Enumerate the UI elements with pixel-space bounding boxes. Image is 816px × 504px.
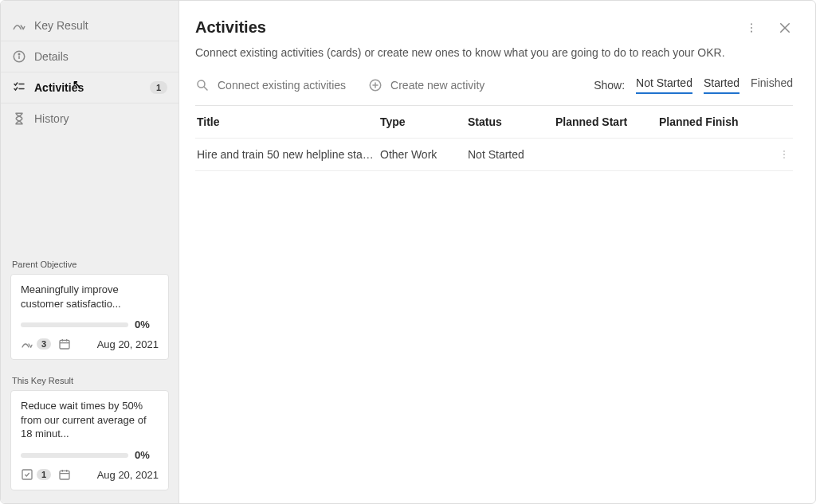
svg-point-24 — [783, 150, 785, 152]
svg-rect-10 — [60, 471, 69, 479]
svg-point-15 — [751, 26, 752, 28]
sidebar-item-label: Activities — [34, 81, 84, 94]
row-status: Not Started — [468, 148, 555, 161]
parent-objective-date: Aug 20, 2021 — [97, 338, 159, 350]
svg-point-25 — [783, 154, 785, 155]
close-button[interactable] — [777, 20, 793, 36]
filter-label: Show: — [594, 79, 625, 92]
calendar-icon — [57, 337, 72, 351]
svg-line-20 — [204, 87, 207, 90]
this-key-result-title: Reduce wait times by 50% from our curren… — [21, 399, 159, 441]
progress-bar — [21, 453, 128, 458]
table-row[interactable]: Hire and train 50 new helpline staff... … — [195, 139, 793, 171]
progress-value: 0% — [135, 318, 159, 330]
svg-point-14 — [751, 23, 752, 25]
activities-table: Title Type Status Planned Start Planned … — [195, 105, 793, 171]
row-more-button[interactable] — [779, 149, 810, 160]
svg-point-19 — [198, 80, 205, 88]
header-actions — [743, 20, 793, 36]
sidebar: Key Result Details Activities ↖ 1 Histor… — [1, 1, 179, 503]
info-icon — [12, 49, 26, 64]
filter-finished[interactable]: Finished — [751, 76, 793, 94]
sidebar-item-activities[interactable]: Activities ↖ 1 — [1, 72, 178, 104]
col-planned-finish: Planned Finish — [659, 115, 779, 128]
hourglass-icon — [12, 111, 26, 126]
this-key-result-meta: 1 Aug 20, 2021 — [21, 467, 159, 482]
more-options-button[interactable] — [743, 20, 759, 36]
sidebar-item-history[interactable]: History — [1, 104, 178, 134]
search-icon — [195, 78, 210, 92]
sidebar-item-label: History — [34, 112, 69, 125]
svg-point-26 — [783, 157, 785, 158]
row-title: Hire and train 50 new helpline staff... — [197, 148, 380, 161]
parent-objective-meta: 3 Aug 20, 2021 — [21, 337, 159, 351]
parent-objective-label: Parent Objective — [1, 252, 178, 274]
sidebar-item-details[interactable]: Details — [1, 41, 178, 72]
activities-count-badge: 1 — [150, 81, 167, 94]
key-result-count: 3 — [21, 338, 51, 350]
sidebar-item-key-result[interactable]: Key Result — [1, 10, 178, 41]
svg-rect-9 — [22, 470, 32, 479]
parent-objective-title: Meaningfully improve customer satisfacti… — [21, 283, 159, 311]
sidebar-item-label: Details — [34, 50, 69, 63]
this-key-result-date: Aug 20, 2021 — [97, 469, 159, 481]
create-activity-button[interactable]: Create new activity — [368, 78, 484, 92]
this-key-result-progress: 0% — [21, 449, 159, 461]
filter-not-started[interactable]: Not Started — [636, 76, 692, 94]
main-panel: Activities Connect existing activities (… — [179, 1, 815, 503]
progress-value: 0% — [135, 449, 159, 461]
filter-started[interactable]: Started — [704, 76, 740, 94]
svg-rect-5 — [60, 341, 69, 350]
count-badge: 1 — [37, 469, 51, 480]
actions-row: Connect existing activities Create new a… — [195, 76, 793, 94]
plus-circle-icon — [368, 78, 382, 92]
check-square-icon — [21, 468, 33, 481]
count-badge: 3 — [37, 338, 51, 350]
this-key-result-card[interactable]: Reduce wait times by 50% from our curren… — [10, 390, 169, 490]
action-label: Connect existing activities — [218, 79, 346, 92]
parent-objective-progress: 0% — [21, 318, 159, 330]
svg-point-16 — [751, 30, 752, 32]
col-title: Title — [197, 115, 380, 128]
path-arrow-icon — [21, 338, 33, 350]
path-arrow-icon — [12, 18, 26, 33]
row-type: Other Work — [380, 148, 468, 161]
progress-bar — [21, 322, 128, 327]
col-planned-start: Planned Start — [555, 115, 659, 128]
action-label: Create new activity — [390, 79, 484, 92]
table-header: Title Type Status Planned Start Planned … — [195, 106, 793, 139]
this-key-result-label: This Key Result — [1, 368, 178, 390]
svg-point-2 — [18, 53, 20, 55]
col-type: Type — [380, 115, 468, 128]
sidebar-nav: Key Result Details Activities ↖ 1 Histor… — [1, 1, 178, 134]
calendar-icon — [57, 467, 72, 482]
main-header: Activities — [195, 18, 793, 37]
left-actions: Connect existing activities Create new a… — [195, 78, 484, 92]
activity-count: 1 — [21, 468, 51, 481]
page-title: Activities — [195, 18, 266, 37]
checklist-icon — [12, 80, 26, 95]
col-status: Status — [468, 115, 555, 128]
connect-activities-button[interactable]: Connect existing activities — [195, 78, 346, 92]
parent-objective-card[interactable]: Meaningfully improve customer satisfacti… — [10, 274, 169, 360]
sidebar-item-label: Key Result — [34, 19, 88, 32]
filters: Show: Not Started Started Finished — [594, 76, 793, 94]
page-subtitle: Connect existing activities (cards) or c… — [195, 46, 793, 59]
